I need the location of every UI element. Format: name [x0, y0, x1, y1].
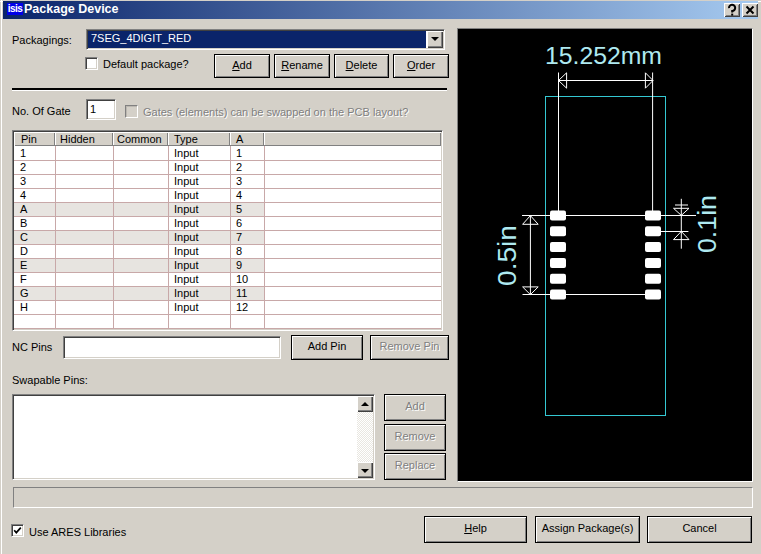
svg-text:0.5in: 0.5in: [493, 225, 521, 286]
svg-text:15.252mm: 15.252mm: [545, 42, 662, 69]
svg-text:0.1in: 0.1in: [693, 195, 721, 253]
